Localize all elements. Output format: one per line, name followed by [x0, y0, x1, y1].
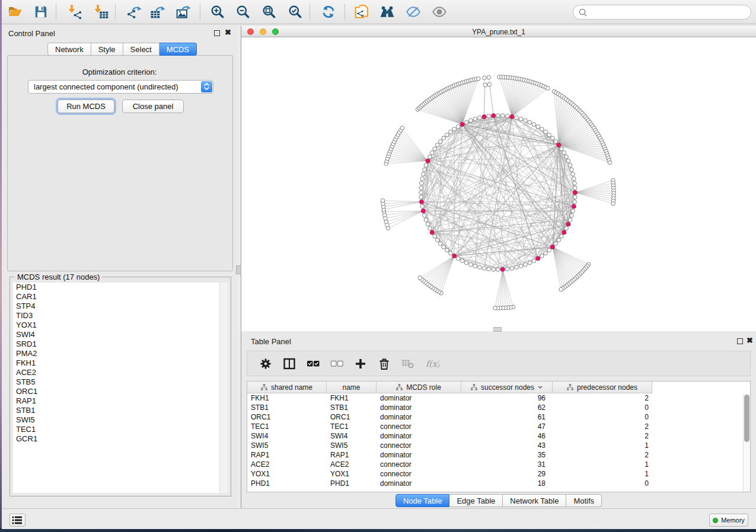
zoom-fit-icon[interactable] — [261, 4, 277, 20]
table-cell: YOX1 — [251, 469, 323, 479]
import-network-icon[interactable] — [67, 4, 82, 20]
mcds-result-item[interactable]: GCR1 — [13, 434, 228, 444]
close-panel-button[interactable]: Close panel — [122, 100, 184, 113]
tab-network[interactable]: Network — [47, 43, 91, 56]
table-cell: 1 — [553, 441, 649, 450]
mcds-result-item[interactable]: SWI4 — [13, 330, 228, 339]
table-cell: 2 — [553, 393, 649, 403]
open-file-icon[interactable] — [8, 4, 23, 20]
table-cell: 43 — [461, 441, 546, 450]
delete-column-icon[interactable] — [378, 357, 392, 370]
table-row[interactable]: SWI4SWI4dominator462 — [247, 431, 744, 441]
add-column-icon[interactable] — [354, 357, 368, 370]
search-network-icon[interactable] — [379, 4, 395, 20]
mcds-result-item[interactable]: ORC1 — [13, 387, 228, 396]
table-cell: STB1 — [330, 403, 373, 412]
table-row[interactable]: FKH1FKH1dominator962 — [247, 393, 744, 403]
table-scrollbar[interactable] — [743, 393, 750, 492]
mcds-result-item[interactable]: YOX1 — [13, 321, 228, 330]
search-input[interactable] — [573, 5, 751, 20]
table-cell: 2 — [553, 431, 649, 441]
mcds-result-item[interactable]: TID3 — [13, 311, 228, 321]
share-document-icon[interactable] — [354, 4, 369, 20]
optimization-criterion-label: Optimization criterion: — [2, 68, 237, 76]
tab-node-table[interactable]: Node Table — [395, 494, 450, 507]
mcds-result-item[interactable]: RAP1 — [13, 396, 228, 406]
table-row[interactable]: RAP1RAP1dominator352 — [247, 450, 744, 460]
zoom-selected-icon[interactable] — [288, 4, 303, 20]
mcds-result-item[interactable]: TEC1 — [13, 425, 228, 434]
table-cell: dominator — [380, 479, 458, 488]
column-header-MCDS-role[interactable]: MCDS role — [377, 382, 461, 393]
mcds-result-item[interactable]: FKH1 — [13, 358, 228, 368]
zoom-in-icon[interactable] — [210, 4, 225, 20]
table-row[interactable]: STB1STB1dominator620 — [247, 403, 744, 412]
mcds-result-item[interactable]: STP4 — [13, 302, 228, 311]
mcds-result-scrollbar[interactable] — [219, 283, 228, 493]
table-panel-close-icon[interactable]: ✖ — [747, 336, 753, 345]
column-header-successor-nodes[interactable]: successor nodes — [461, 382, 553, 393]
search-icon — [578, 8, 588, 18]
export-network-icon[interactable] — [126, 4, 142, 20]
table-row[interactable]: SWI5SWI5connector431 — [247, 441, 744, 450]
table-cell: ACE2 — [330, 460, 373, 469]
vertical-splitter-handle[interactable] — [236, 265, 241, 274]
tab-style[interactable]: Style — [91, 43, 123, 56]
table-scrollbar-thumb[interactable] — [744, 395, 749, 442]
table-cell: TEC1 — [251, 422, 323, 431]
network-canvas[interactable] — [241, 38, 756, 331]
save-session-icon[interactable] — [33, 4, 49, 20]
table-cell: 62 — [461, 403, 546, 412]
mcds-result-title: MCDS result (17 nodes) — [15, 273, 102, 281]
delete-table-icon — [401, 357, 416, 370]
column-header-shared-name[interactable]: shared name — [247, 382, 327, 393]
table-row[interactable]: ACE2ACE2connector311 — [247, 460, 744, 469]
optimization-criterion-select[interactable]: largest connected component (undirected) — [28, 80, 213, 94]
table-row[interactable]: TEC1TEC1connector472 — [247, 422, 744, 431]
deselect-all-icon[interactable] — [330, 357, 344, 370]
table-row[interactable]: PHD1PHD1dominator180 — [247, 479, 744, 488]
table-panel-float-icon[interactable] — [737, 338, 743, 344]
tab-motifs[interactable]: Motifs — [566, 494, 602, 507]
control-panel-close-icon[interactable]: ✖ — [225, 28, 231, 37]
memory-button[interactable]: Memory — [709, 514, 748, 527]
export-image-icon[interactable] — [176, 4, 192, 20]
table-toolbar: f(x) — [247, 351, 751, 376]
memory-status-icon — [713, 518, 718, 523]
tab-select[interactable]: Select — [123, 43, 160, 56]
split-column-icon[interactable] — [283, 357, 297, 370]
export-table-icon[interactable] — [150, 4, 165, 20]
settings-gear-icon[interactable] — [259, 357, 273, 370]
zoom-out-icon[interactable] — [235, 4, 251, 20]
mcds-result-item[interactable]: PMA2 — [13, 349, 228, 358]
table-cell: STB1 — [251, 403, 323, 412]
mcds-result-list[interactable]: PHD1CAR1STP4TID3YOX1SWI4SRD1PMA2FKH1ACE2… — [13, 283, 228, 493]
mcds-result-item[interactable]: SWI5 — [13, 415, 228, 425]
table-cell: RAP1 — [251, 450, 323, 460]
tab-network-table[interactable]: Network Table — [503, 494, 566, 507]
control-panel-float-icon[interactable] — [214, 30, 220, 36]
show-panel-icon[interactable] — [432, 4, 447, 20]
task-history-button[interactable] — [9, 514, 25, 527]
table-cell: ORC1 — [330, 412, 373, 422]
hide-panel-icon[interactable] — [406, 4, 421, 20]
mcds-result-item[interactable]: CAR1 — [13, 292, 228, 302]
column-header-name[interactable]: name — [327, 382, 377, 393]
horizontal-splitter-handle[interactable] — [493, 327, 502, 332]
table-row[interactable]: YOX1YOX1connector291 — [247, 469, 744, 479]
table-row[interactable]: ORC1ORC1dominator610 — [247, 412, 744, 422]
tab-mcds[interactable]: MCDS — [160, 43, 197, 56]
network-view-window: YPA_prune.txt_1 — [241, 26, 756, 331]
mcds-result-item[interactable]: STB1 — [13, 406, 228, 415]
mcds-result-item[interactable]: STB5 — [13, 377, 228, 387]
mcds-result-item[interactable]: ACE2 — [13, 368, 228, 377]
select-all-icon[interactable] — [307, 357, 321, 370]
mcds-result-item[interactable]: PHD1 — [13, 283, 228, 292]
tab-edge-table[interactable]: Edge Table — [449, 494, 503, 507]
import-table-icon[interactable] — [93, 4, 109, 20]
table-cell: SWI4 — [251, 431, 323, 441]
refresh-icon[interactable] — [321, 4, 336, 20]
column-header-predecessor-nodes[interactable]: predecessor nodes — [553, 382, 652, 393]
run-mcds-button[interactable]: Run MCDS — [58, 100, 114, 113]
mcds-result-item[interactable]: SRD1 — [13, 339, 228, 349]
